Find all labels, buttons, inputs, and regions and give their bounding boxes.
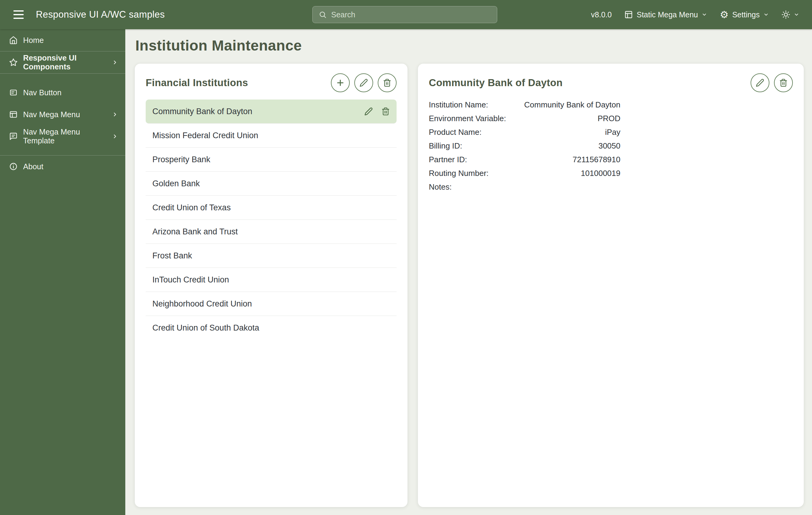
- pencil-icon: [359, 79, 368, 87]
- sidebar: Home Responsive UI Components Nav Button: [0, 29, 125, 515]
- page-title: Institution Maintenance: [135, 37, 804, 54]
- hamburger-menu-button[interactable]: [10, 6, 27, 23]
- search-icon: [319, 11, 327, 19]
- detail-row: Routing Number: 101000019: [429, 169, 620, 182]
- field-label: Billing ID:: [429, 141, 462, 151]
- app-title: Responsive UI A/WC samples: [36, 9, 165, 20]
- list-item[interactable]: Neighborhood Credit Union: [146, 292, 397, 316]
- window-icon: [9, 110, 18, 119]
- search-input[interactable]: [331, 10, 491, 19]
- institution-name: Community Bank of Dayton: [152, 107, 364, 116]
- list-item[interactable]: Golden Bank: [146, 172, 397, 196]
- chevron-down-icon: [763, 12, 769, 17]
- chevron-right-icon: [112, 59, 118, 65]
- institution-name: Neighborhood Credit Union: [152, 299, 390, 309]
- field-label: Institution Name:: [429, 100, 488, 110]
- trash-icon: [383, 79, 392, 87]
- institution-name: Frost Bank: [152, 251, 390, 261]
- list-item[interactable]: InTouch Credit Union: [146, 268, 397, 292]
- sidebar-item-label: Nav Mega Menu: [23, 110, 107, 119]
- panel-title: Financial Institutions: [146, 77, 248, 88]
- sidebar-item-label: Home: [23, 36, 118, 45]
- field-value: 30050: [599, 141, 620, 151]
- institution-name: Golden Bank: [152, 179, 390, 188]
- institution-name: Credit Union of South Dakota: [152, 323, 390, 333]
- hamburger-bar: [13, 18, 24, 19]
- pencil-icon: [756, 79, 764, 87]
- field-label: Product Name:: [429, 128, 482, 137]
- app-root: Responsive UI A/WC samples v8.0.0 Static…: [0, 0, 812, 515]
- list-item[interactable]: Credit Union of Texas: [146, 196, 397, 220]
- institution-detail-panel: Community Bank of Dayton: [418, 63, 804, 507]
- layout-icon: [625, 10, 633, 19]
- content-shell: Home Responsive UI Components Nav Button: [0, 29, 812, 515]
- field-value: Community Bank of Dayton: [524, 100, 620, 110]
- topbar-center: [312, 6, 497, 23]
- sidebar-item-responsive-ui-components[interactable]: Responsive UI Components: [0, 51, 125, 73]
- field-value: iPay: [605, 128, 620, 137]
- institution-name: Arizona Bank and Trust: [152, 227, 390, 237]
- sidebar-item-about[interactable]: About: [0, 156, 125, 178]
- financial-institutions-panel: Financial Institutions: [135, 63, 408, 507]
- detail-title: Community Bank of Dayton: [429, 77, 562, 88]
- institution-name: Prosperity Bank: [152, 155, 390, 164]
- row-actions: [364, 107, 390, 116]
- static-mega-menu-dropdown[interactable]: Static Mega Menu: [625, 10, 707, 19]
- field-label: Partner ID:: [429, 155, 467, 164]
- sidebar-item-label: Nav Button: [23, 88, 118, 97]
- panel-actions: [331, 73, 397, 92]
- sidebar-item-nav-mega-menu-template[interactable]: Nav Mega Menu Template: [0, 126, 125, 147]
- edit-detail-button[interactable]: [751, 73, 770, 92]
- sidebar-item-label: About: [23, 162, 118, 171]
- detail-fields: Institution Name: Community Bank of Dayt…: [418, 97, 804, 200]
- field-label: Environment Variable:: [429, 114, 506, 123]
- delete-row-button[interactable]: [381, 107, 390, 116]
- chevron-down-icon: [702, 12, 707, 17]
- list-item[interactable]: Frost Bank: [146, 244, 397, 268]
- sidebar-item-home[interactable]: Home: [0, 29, 125, 51]
- version-label: v8.0.0: [591, 10, 612, 19]
- chevron-down-icon: [794, 12, 799, 17]
- star-icon: [9, 58, 18, 67]
- search-box: [312, 6, 497, 23]
- institution-name: Credit Union of Texas: [152, 203, 390, 213]
- cards-row: Financial Institutions: [135, 63, 804, 507]
- institution-name: InTouch Credit Union: [152, 275, 390, 284]
- sidebar-item-nav-button[interactable]: Nav Button: [0, 82, 125, 104]
- list-item[interactable]: Prosperity Bank: [146, 147, 397, 172]
- chevron-right-icon: [112, 111, 118, 117]
- detail-row: Product Name: iPay: [429, 128, 620, 141]
- list-item[interactable]: Mission Federal Credit Union: [146, 124, 397, 147]
- main-content: Institution Maintenance Financial Instit…: [125, 29, 812, 515]
- theme-toggle-dropdown[interactable]: [782, 10, 799, 19]
- detail-row: Partner ID: 72115678910: [429, 155, 620, 169]
- delete-institution-button[interactable]: [378, 73, 397, 92]
- field-value: PROD: [598, 114, 620, 123]
- detail-row: Environment Variable: PROD: [429, 114, 620, 128]
- home-icon: [9, 36, 18, 45]
- static-mega-menu-label: Static Mega Menu: [637, 10, 698, 19]
- gear-icon: ⚙: [720, 10, 729, 20]
- edit-institution-button[interactable]: [354, 73, 373, 92]
- trash-icon: [779, 79, 788, 87]
- delete-detail-button[interactable]: [774, 73, 793, 92]
- sidebar-item-nav-mega-menu[interactable]: Nav Mega Menu: [0, 104, 125, 126]
- chevron-right-icon: [112, 133, 118, 139]
- hamburger-bar: [13, 10, 24, 11]
- detail-row: Institution Name: Community Bank of Dayt…: [429, 100, 620, 114]
- info-icon: [9, 162, 18, 171]
- list-item-selected[interactable]: Community Bank of Dayton: [146, 100, 397, 124]
- add-institution-button[interactable]: [331, 73, 350, 92]
- field-label: Routing Number:: [429, 169, 489, 178]
- detail-row: Notes:: [429, 182, 620, 196]
- topbar-right: v8.0.0 Static Mega Menu ⚙ Settings: [497, 10, 799, 20]
- list-item[interactable]: Credit Union of South Dakota: [146, 316, 397, 340]
- button-form-icon: [9, 88, 18, 97]
- field-value: 72115678910: [573, 155, 620, 164]
- field-label: Notes:: [429, 182, 452, 192]
- panel-header: Community Bank of Dayton: [418, 63, 804, 97]
- edit-row-button[interactable]: [364, 107, 373, 116]
- panel-header: Financial Institutions: [135, 63, 408, 97]
- settings-dropdown[interactable]: ⚙ Settings: [720, 10, 769, 20]
- list-item[interactable]: Arizona Bank and Trust: [146, 220, 397, 244]
